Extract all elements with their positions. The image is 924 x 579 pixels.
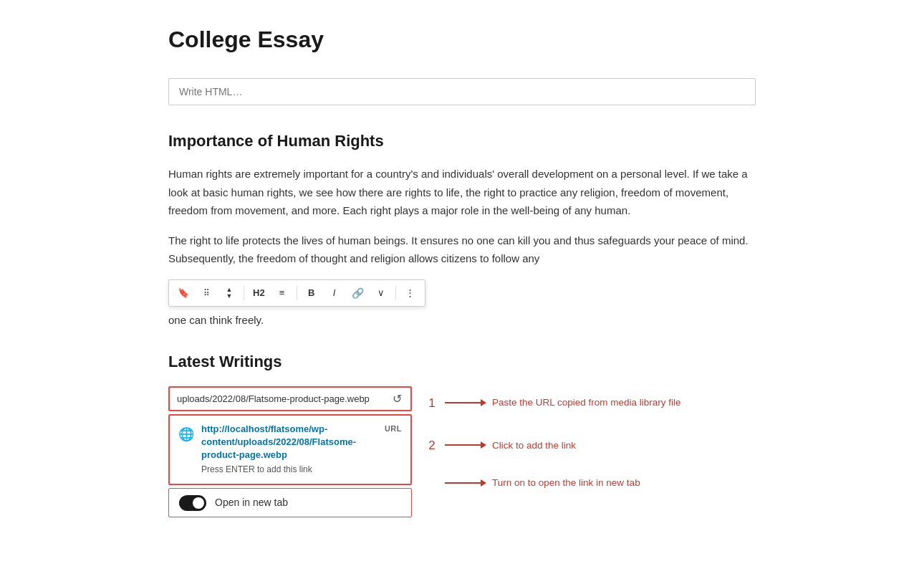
annotation-label-2: Click to add the link xyxy=(492,438,576,454)
link-info: http://localhost/flatsome/wp-content/upl… xyxy=(201,423,402,477)
section1-title: Importance of Human Rights xyxy=(168,128,756,153)
url-input-box: ↺ xyxy=(168,386,412,411)
link-suggestion[interactable]: 🌐 http://localhost/flatsome/wp-content/u… xyxy=(168,414,412,486)
paragraph-2-end: one can think freely. xyxy=(168,311,756,330)
html-input-wrapper xyxy=(168,78,756,105)
annotation-number-1: 1 xyxy=(423,393,441,413)
globe-icon: 🌐 xyxy=(178,424,194,445)
toolbar-more-btn[interactable]: ⋮ xyxy=(400,283,420,303)
toolbar-sep-1 xyxy=(244,286,244,300)
new-tab-toggle[interactable] xyxy=(179,495,206,511)
toolbar-sep-2 xyxy=(297,286,297,300)
toolbar-bold-btn[interactable]: B xyxy=(302,283,322,303)
toolbar-sep-3 xyxy=(395,286,396,300)
open-new-tab-row: Open in new tab xyxy=(168,488,412,517)
up-down-arrows-icon: ▲▼ xyxy=(226,287,233,300)
link-hint: Press ENTER to add this link xyxy=(201,463,402,477)
toolbar-arrows-btn[interactable]: ▲▼ xyxy=(219,283,239,303)
section2-title: Latest Writings xyxy=(168,349,756,374)
arrow-2 xyxy=(445,441,486,449)
h2-icon: H2 xyxy=(253,287,265,298)
annotation-label-3: Turn on to open the link in new tab xyxy=(492,475,640,491)
link-popup: ↺ 🌐 http://localhost/flatsome/wp-content… xyxy=(168,386,415,517)
url-reset-btn[interactable]: ↺ xyxy=(391,392,403,406)
link-icon: 🔗 xyxy=(352,287,364,299)
editor-toolbar: 🔖 ⠿ ▲▼ H2 ≡ B I 🔗 ∨ ⋮ xyxy=(168,279,425,307)
toolbar-bookmark-btn[interactable]: 🔖 xyxy=(173,283,193,303)
more-options-icon: ⋮ xyxy=(405,287,415,298)
toolbar-link-btn[interactable]: 🔗 xyxy=(347,283,368,303)
paragraph-1: Human rights are extremely important for… xyxy=(168,165,756,220)
annotation-number-2: 2 xyxy=(423,436,441,455)
arrow-1 xyxy=(445,399,486,406)
chevron-down-icon: ∨ xyxy=(377,287,385,298)
toolbar-align-btn[interactable]: ≡ xyxy=(272,283,292,303)
page-title: College Essay xyxy=(168,21,756,58)
latest-section: Latest Writings ↺ 🌐 http://localhost/fla… xyxy=(168,349,756,517)
paragraph-2-start: The right to life protects the lives of … xyxy=(168,231,756,268)
toolbar-chevron-btn[interactable]: ∨ xyxy=(371,283,391,303)
toolbar-h2-btn[interactable]: H2 xyxy=(249,283,269,303)
annotation-label-1: Paste the URL copied from media library … xyxy=(492,395,681,411)
open-new-tab-label: Open in new tab xyxy=(215,494,288,510)
url-badge: URL xyxy=(385,423,402,436)
toolbar-dots-btn[interactable]: ⠿ xyxy=(196,283,216,303)
bookmark-icon: 🔖 xyxy=(178,287,189,298)
link-url[interactable]: http://localhost/flatsome/wp-content/upl… xyxy=(201,423,382,462)
url-input[interactable] xyxy=(177,393,391,404)
align-icon: ≡ xyxy=(279,287,285,298)
grid-dots-icon: ⠿ xyxy=(203,288,210,298)
italic-icon: I xyxy=(333,287,336,298)
bold-icon: B xyxy=(308,287,314,298)
html-input[interactable] xyxy=(168,78,756,105)
toolbar-italic-btn[interactable]: I xyxy=(324,283,345,303)
arrow-3 xyxy=(445,479,486,487)
toggle-thumb xyxy=(193,497,204,509)
